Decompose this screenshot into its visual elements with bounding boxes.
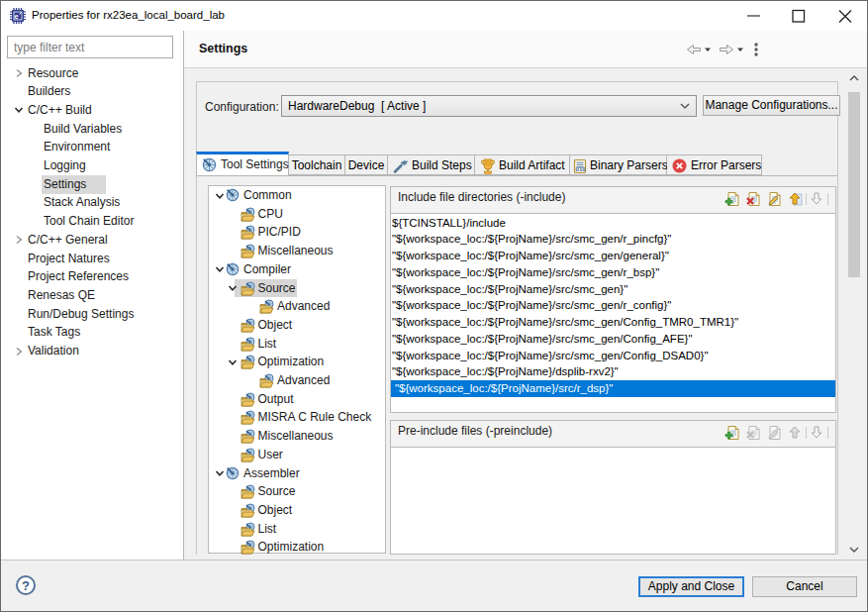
svg-text:e: e — [15, 12, 19, 21]
svg-text:010: 010 — [576, 166, 587, 172]
